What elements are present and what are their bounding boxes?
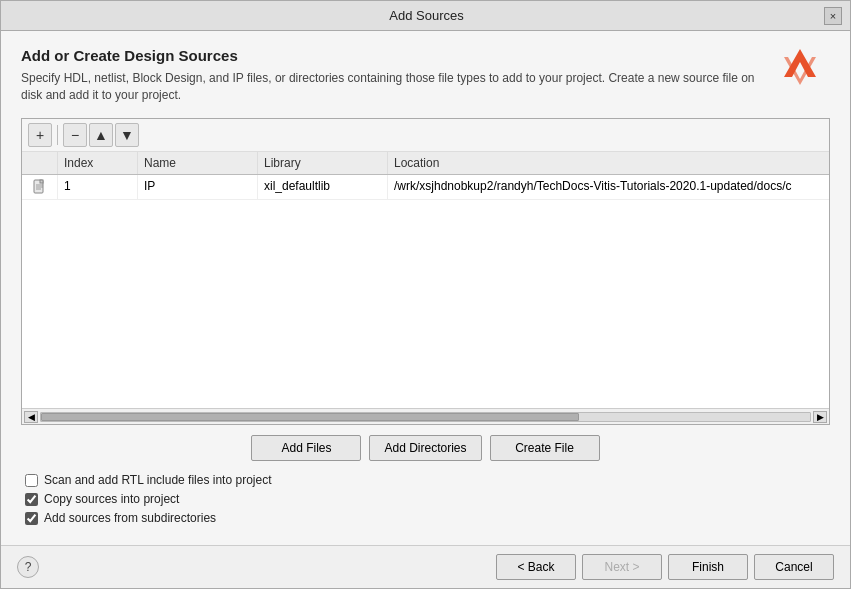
table-body: 1 IP xil_defaultlib /wrk/xsjhdnobkup2/ra… <box>22 175 829 408</box>
header-section: Add or Create Design Sources Specify HDL… <box>21 47 830 104</box>
close-button[interactable]: × <box>824 7 842 25</box>
move-up-button[interactable]: ▲ <box>89 123 113 147</box>
add-subdirs-checkbox[interactable] <box>25 512 38 525</box>
col-location: Location <box>388 152 829 174</box>
col-name: Name <box>138 152 258 174</box>
copy-sources-checkbox-row[interactable]: Copy sources into project <box>25 492 830 506</box>
scroll-thumb[interactable] <box>41 413 579 421</box>
header-description: Specify HDL, netlist, Block Design, and … <box>21 70 770 104</box>
sources-table-container: + − ▲ ▼ Index Name Library Location <box>21 118 830 425</box>
checkboxes-section: Scan and add RTL include files into proj… <box>21 473 830 525</box>
add-directories-button[interactable]: Add Directories <box>369 435 481 461</box>
add-files-button[interactable]: Add Files <box>251 435 361 461</box>
col-index: Index <box>58 152 138 174</box>
cancel-button[interactable]: Cancel <box>754 554 834 580</box>
horizontal-scrollbar[interactable]: ◀ ▶ <box>22 408 829 424</box>
table-row[interactable]: 1 IP xil_defaultlib /wrk/xsjhdnobkup2/ra… <box>22 175 829 200</box>
next-button[interactable]: Next > <box>582 554 662 580</box>
create-file-button[interactable]: Create File <box>490 435 600 461</box>
row-library: xil_defaultlib <box>258 175 388 199</box>
toolbar-separator <box>57 125 58 145</box>
bottom-bar: ? < Back Next > Finish Cancel <box>1 545 850 588</box>
remove-source-button[interactable]: − <box>63 123 87 147</box>
table-header: Index Name Library Location <box>22 152 829 175</box>
logo-area <box>780 47 830 90</box>
copy-sources-label: Copy sources into project <box>44 492 179 506</box>
finish-button[interactable]: Finish <box>668 554 748 580</box>
add-sources-dialog: Add Sources × Add or Create Design Sourc… <box>0 0 851 589</box>
header-title: Add or Create Design Sources <box>21 47 770 64</box>
dialog-title: Add Sources <box>29 8 824 23</box>
help-button[interactable]: ? <box>17 556 39 578</box>
col-icon <box>22 152 58 174</box>
title-bar: Add Sources × <box>1 1 850 31</box>
content-area: Add or Create Design Sources Specify HDL… <box>1 31 850 545</box>
row-index: 1 <box>58 175 138 199</box>
scroll-track[interactable] <box>40 412 811 422</box>
scan-rtl-checkbox-row[interactable]: Scan and add RTL include files into proj… <box>25 473 830 487</box>
svg-rect-3 <box>40 180 43 183</box>
row-name: IP <box>138 175 258 199</box>
xilinx-logo <box>780 47 820 87</box>
back-button[interactable]: < Back <box>496 554 576 580</box>
table-toolbar: + − ▲ ▼ <box>22 119 829 152</box>
scroll-right-arrow[interactable]: ▶ <box>813 411 827 423</box>
add-source-button[interactable]: + <box>28 123 52 147</box>
scroll-left-arrow[interactable]: ◀ <box>24 411 38 423</box>
copy-sources-checkbox[interactable] <box>25 493 38 506</box>
add-subdirs-checkbox-row[interactable]: Add sources from subdirectories <box>25 511 830 525</box>
add-subdirs-label: Add sources from subdirectories <box>44 511 216 525</box>
scan-rtl-label: Scan and add RTL include files into proj… <box>44 473 271 487</box>
navigation-buttons: < Back Next > Finish Cancel <box>496 554 834 580</box>
action-buttons: Add Files Add Directories Create File <box>21 435 830 461</box>
row-location: /wrk/xsjhdnobkup2/randyh/TechDocs-Vitis-… <box>388 175 829 199</box>
col-library: Library <box>258 152 388 174</box>
scan-rtl-checkbox[interactable] <box>25 474 38 487</box>
move-down-button[interactable]: ▼ <box>115 123 139 147</box>
row-icon <box>22 175 58 199</box>
